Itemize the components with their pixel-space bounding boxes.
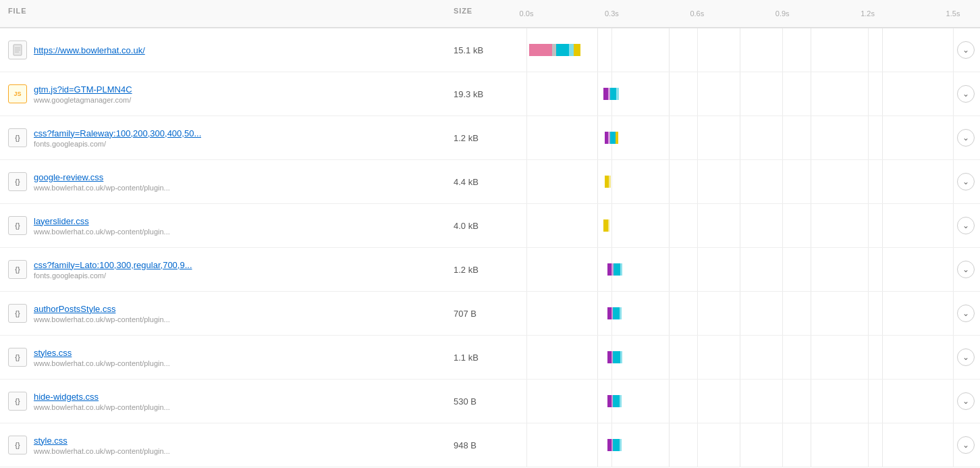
file-cell-6: {}css?family=Lato:100,300,regular,700,9.…: [0, 253, 445, 286]
timeline-cell-5: ⌄: [526, 204, 980, 247]
file-cell-10: {}style.csswww.bowlerhat.co.uk/wp-conten…: [0, 429, 445, 462]
file-name-5[interactable]: layerslider.css: [34, 216, 170, 226]
waterfall-bar-3: [605, 132, 619, 144]
timeline-cell-6: ⌄: [526, 248, 980, 291]
css-icon: {}: [8, 260, 27, 279]
grid-lines: [526, 72, 953, 115]
file-name-2[interactable]: gtm.js?id=GTM-PLMN4C: [34, 84, 132, 95]
file-name-8[interactable]: styles.css: [34, 348, 170, 358]
file-cell-9: {}hide-widgets.csswww.bowlerhat.co.uk/wp…: [0, 385, 445, 418]
file-domain-9: www.bowlerhat.co.uk/wp-content/plugin...: [34, 403, 170, 411]
file-name-10[interactable]: style.css: [34, 436, 170, 446]
file-domain-2: www.googletagmanager.com/: [34, 96, 132, 104]
bar-segment: [611, 263, 614, 276]
bar-segment: [611, 395, 614, 407]
waterfall-bar-10: [607, 439, 622, 451]
bar-segment: [616, 132, 618, 144]
file-cell-1: https://www.bowlerhat.co.uk/: [0, 34, 445, 66]
bar-segment: [614, 263, 620, 276]
expand-button-8[interactable]: ⌄: [957, 348, 975, 366]
waterfall-bar-9: [607, 395, 622, 407]
css-icon: {}: [8, 348, 27, 367]
bar-segment: [608, 219, 610, 232]
file-info-7: authorPostsStyle.csswww.bowlerhat.co.uk/…: [34, 304, 170, 323]
expand-button-1[interactable]: ⌄: [957, 41, 975, 59]
bar-segment: [610, 132, 616, 144]
file-name-7[interactable]: authorPostsStyle.css: [34, 304, 170, 314]
timeline-tick-4: 1.2s: [861, 9, 875, 18]
size-cell-1: 15.1 kB: [445, 38, 526, 62]
timeline-cell-9: ⌄: [526, 380, 980, 423]
bar-segment: [620, 439, 622, 451]
file-domain-3: fonts.googleapis.com/: [34, 140, 201, 148]
expand-button-6[interactable]: ⌄: [957, 261, 975, 278]
waterfall-bar-5: [603, 219, 609, 232]
table-row: {}styles.csswww.bowlerhat.co.uk/wp-conte…: [0, 336, 980, 380]
expand-button-3[interactable]: ⌄: [957, 129, 975, 147]
table-row: {}style.csswww.bowlerhat.co.uk/wp-conten…: [0, 423, 980, 467]
size-cell-6: 1.2 kB: [445, 258, 526, 282]
table-row: {}css?family=Lato:100,300,regular,700,9.…: [0, 248, 980, 292]
bar-segment: [610, 88, 616, 100]
bar-segment: [613, 439, 620, 451]
expand-button-2[interactable]: ⌄: [957, 85, 975, 103]
timeline-cell-2: ⌄: [526, 72, 980, 115]
bar-segment: [616, 88, 618, 100]
bar-segment: [611, 307, 614, 319]
size-cell-8: 1.1 kB: [445, 346, 526, 369]
file-name-4[interactable]: google-review.css: [34, 172, 170, 182]
file-info-2: gtm.js?id=GTM-PLMN4Cwww.googletagmanager…: [34, 84, 132, 104]
file-name-1[interactable]: https://www.bowlerhat.co.uk/: [34, 45, 145, 55]
grid-lines: [526, 28, 953, 72]
waterfall-bar-1: [529, 44, 580, 56]
file-domain-4: www.bowlerhat.co.uk/wp-content/plugin...: [34, 184, 170, 192]
css-icon: {}: [8, 304, 27, 323]
grid-lines: [526, 248, 953, 291]
file-info-5: layerslider.csswww.bowlerhat.co.uk/wp-co…: [34, 216, 170, 236]
waterfall-bar-7: [607, 307, 622, 319]
file-info-6: css?family=Lato:100,300,regular,700,9...…: [34, 260, 192, 280]
file-info-3: css?family=Raleway:100,200,300,400,50...…: [34, 128, 201, 148]
file-info-10: style.csswww.bowlerhat.co.uk/wp-content/…: [34, 436, 170, 455]
bar-segment: [620, 351, 622, 363]
expand-button-4[interactable]: ⌄: [957, 173, 975, 190]
file-domain-10: www.bowlerhat.co.uk/wp-content/plugin...: [34, 447, 170, 455]
file-info-1: https://www.bowlerhat.co.uk/: [34, 45, 145, 55]
size-cell-5: 4.0 kB: [445, 214, 526, 238]
css-icon: {}: [8, 128, 27, 147]
bar-segment: [574, 44, 581, 56]
file-name-3[interactable]: css?family=Raleway:100,200,300,400,50...: [34, 128, 201, 138]
expand-button-7[interactable]: ⌄: [957, 305, 975, 322]
file-info-8: styles.csswww.bowlerhat.co.uk/wp-content…: [34, 348, 170, 367]
file-name-9[interactable]: hide-widgets.css: [34, 392, 170, 402]
size-cell-4: 4.4 kB: [445, 170, 526, 194]
bar-segment: [613, 351, 620, 363]
file-domain-6: fonts.googleapis.com/: [34, 271, 192, 280]
timeline-tick-0: 0.0s: [520, 9, 534, 18]
bar-segment: [569, 44, 573, 56]
bar-segment: [620, 263, 622, 276]
table-row: {}authorPostsStyle.csswww.bowlerhat.co.u…: [0, 292, 980, 336]
bar-segment: [608, 132, 610, 144]
file-name-6[interactable]: css?family=Lato:100,300,regular,700,9...: [34, 260, 192, 270]
timeline-cell-10: ⌄: [526, 423, 980, 467]
waterfall-bar-8: [607, 351, 622, 363]
grid-lines: [526, 160, 953, 203]
expand-button-9[interactable]: ⌄: [957, 392, 975, 410]
bar-segment: [603, 219, 608, 232]
expand-button-10[interactable]: ⌄: [957, 436, 975, 454]
css-icon: {}: [8, 392, 27, 411]
grid-lines: [526, 292, 953, 335]
bar-segment: [609, 176, 611, 188]
bar-segment: [611, 439, 614, 451]
document-icon: [8, 41, 27, 59]
table-row: {}hide-widgets.csswww.bowlerhat.co.uk/wp…: [0, 380, 980, 423]
css-icon: {}: [8, 172, 27, 191]
column-header-size: SIZE: [445, 0, 526, 27]
bar-segment: [529, 44, 552, 56]
table-row: {}css?family=Raleway:100,200,300,400,50.…: [0, 116, 980, 160]
table-row: {}layerslider.csswww.bowlerhat.co.uk/wp-…: [0, 204, 980, 248]
expand-button-5[interactable]: ⌄: [957, 217, 975, 234]
file-cell-3: {}css?family=Raleway:100,200,300,400,50.…: [0, 122, 445, 155]
size-cell-7: 707 B: [445, 302, 526, 326]
